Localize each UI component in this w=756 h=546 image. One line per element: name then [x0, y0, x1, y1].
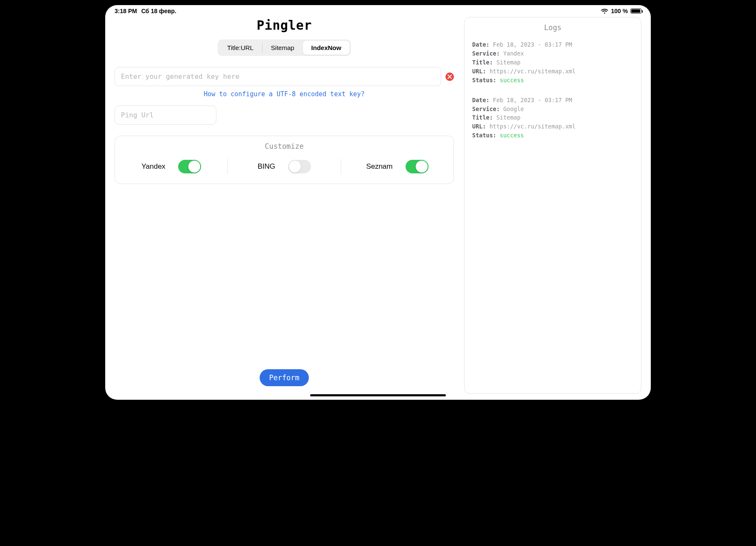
tab-segmented-control: Title:URL Sitemap IndexNow: [218, 39, 351, 56]
log-label-service: Service:: [472, 50, 500, 57]
toggle-label-bing: BING: [258, 162, 275, 171]
battery-icon: [630, 8, 641, 14]
log-label-service: Service:: [472, 106, 500, 112]
status-time: 3:18 PM: [115, 8, 137, 14]
log-label-status: Status:: [472, 132, 496, 139]
switch-yandex[interactable]: [178, 160, 201, 173]
app-title: Pingler: [257, 18, 312, 33]
switch-bing[interactable]: [288, 160, 311, 173]
log-date: Feb 18, 2023 - 03:17 PM: [493, 41, 572, 48]
toggle-bing: BING: [228, 160, 340, 173]
log-label-url: URL:: [472, 123, 486, 130]
log-date: Feb 18, 2023 - 03:17 PM: [493, 97, 572, 103]
log-label-url: URL:: [472, 68, 486, 75]
log-url: https://vc.ru/sitemap.xml: [490, 123, 576, 130]
tab-sitemap[interactable]: Sitemap: [263, 41, 303, 55]
close-icon[interactable]: [445, 72, 454, 81]
customize-panel: Customize Yandex BING Seznam: [115, 136, 454, 184]
switch-seznam[interactable]: [406, 160, 428, 173]
battery-pct: 100 %: [611, 8, 628, 14]
wifi-icon: [601, 8, 608, 14]
ping-url-input[interactable]: [115, 106, 216, 125]
log-service: Yandex: [503, 50, 524, 57]
log-title: Sitemap: [496, 59, 521, 66]
perform-button[interactable]: Perform: [260, 369, 309, 386]
log-entry: Date: Feb 18, 2023 - 03:17 PM Service: Y…: [472, 40, 633, 85]
app-window: 3:18 PM Сб 18 февр. 100 % Pingler Title:…: [105, 5, 651, 400]
key-input[interactable]: [115, 67, 441, 86]
log-service: Google: [503, 106, 524, 112]
toggle-label-seznam: Seznam: [366, 162, 392, 171]
logs-panel: Logs Date: Feb 18, 2023 - 03:17 PM Servi…: [464, 17, 641, 394]
log-label-title: Title:: [472, 59, 493, 66]
log-status: success: [500, 132, 524, 139]
toggle-seznam: Seznam: [341, 160, 454, 173]
log-status: success: [500, 77, 524, 84]
tab-indexnow[interactable]: IndexNow: [303, 41, 350, 55]
logs-title: Logs: [472, 23, 633, 32]
status-date: Сб 18 февр.: [141, 8, 176, 14]
log-label-date: Date:: [472, 97, 490, 103]
log-label-date: Date:: [472, 41, 490, 48]
toggle-yandex: Yandex: [115, 160, 227, 173]
help-link[interactable]: How to configure a UTF-8 encoded text ke…: [204, 90, 364, 98]
tab-title-url[interactable]: Title:URL: [219, 41, 262, 55]
home-indicator: [310, 394, 446, 396]
log-label-title: Title:: [472, 114, 493, 121]
customize-title: Customize: [115, 142, 454, 150]
status-bar: 3:18 PM Сб 18 февр. 100 %: [105, 5, 651, 15]
log-url: https://vc.ru/sitemap.xml: [490, 68, 576, 75]
log-label-status: Status:: [472, 77, 496, 84]
toggle-label-yandex: Yandex: [141, 162, 165, 171]
log-title: Sitemap: [496, 114, 521, 121]
log-entry: Date: Feb 18, 2023 - 03:17 PM Service: G…: [472, 96, 633, 140]
